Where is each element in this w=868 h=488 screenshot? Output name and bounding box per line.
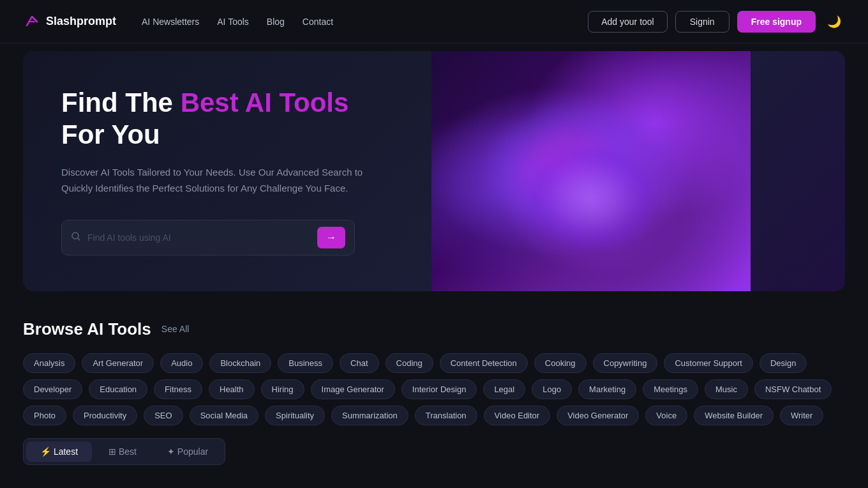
arrow-right-icon: → [326,232,336,243]
see-all-link[interactable]: See All [161,324,190,334]
tag-business[interactable]: Business [278,353,333,373]
search-icon [71,231,81,244]
nav-contact[interactable]: Contact [303,17,333,27]
tag-chat[interactable]: Chat [340,353,378,373]
tag-photo[interactable]: Photo [23,406,66,425]
tag-writer[interactable]: Writer [780,406,823,425]
tag-voice[interactable]: Voice [645,406,687,425]
tag-productivity[interactable]: Productivity [73,406,137,425]
tag-fitness[interactable]: Fitness [154,379,202,399]
tag-design[interactable]: Design [760,353,807,373]
tag-blockchain[interactable]: Blockchain [209,353,271,373]
tag-legal[interactable]: Legal [483,379,525,399]
tag-marketing[interactable]: Marketing [578,379,636,399]
tag-website-builder[interactable]: Website Builder [694,406,774,425]
nav-actions: Add your tool Signin Free signup 🌙 [588,11,845,33]
tag-customer-support[interactable]: Customer Support [664,353,753,373]
tag-nsfw-chatbot[interactable]: NSFW Chatbot [754,379,832,399]
tag-interior-design[interactable]: Interior Design [401,379,477,399]
hero-image [431,51,751,291]
tag-seo[interactable]: SEO [144,406,183,425]
tag-video-editor[interactable]: Video Editor [484,406,551,425]
tag-analysis[interactable]: Analysis [23,353,75,373]
hero-content: Find The Best AI Tools For You Discover … [23,51,431,291]
nav-blog[interactable]: Blog [267,17,285,27]
signup-button[interactable]: Free signup [737,11,816,33]
logo-icon [23,13,41,31]
hero-title-prefix: Find The [61,88,181,118]
hero-section: Find The Best AI Tools For You Discover … [23,51,845,291]
tab-best[interactable]: ⊞ Best [94,441,151,462]
tag-social-media[interactable]: Social Media [190,406,258,425]
tag-copywriting[interactable]: Copywriting [593,353,658,373]
search-bar: → [61,220,355,255]
browse-section: Browse AI Tools See All AnalysisArt Gene… [0,299,868,475]
browse-header: Browse AI Tools See All [23,319,845,339]
logo[interactable]: Slashprompt [23,13,116,31]
tag-hiring[interactable]: Hiring [261,379,304,399]
hero-title: Find The Best AI Tools For You [61,87,393,151]
hero-subtitle: Discover AI Tools Tailored to Your Needs… [61,164,393,197]
navbar: Slashprompt AI Newsletters AI Tools Blog… [0,0,868,43]
tag-translation[interactable]: Translation [415,406,477,425]
moon-icon: 🌙 [827,15,841,29]
hero-image-visual [431,51,751,291]
hero-blob [479,101,703,291]
search-input[interactable] [87,233,311,243]
signin-button[interactable]: Signin [675,11,730,33]
tags-container: AnalysisArt GeneratorAudioBlockchainBusi… [23,353,845,425]
tag-coding[interactable]: Coding [385,353,433,373]
search-button[interactable]: → [317,227,345,248]
dark-mode-toggle[interactable]: 🌙 [823,11,845,33]
tag-art-generator[interactable]: Art Generator [82,353,154,373]
tag-meetings[interactable]: Meetings [643,379,698,399]
tag-spirituality[interactable]: Spirituality [265,406,325,425]
nav-ai-tools[interactable]: AI Tools [217,17,249,27]
tag-developer[interactable]: Developer [23,379,82,399]
tag-summarization[interactable]: Summarization [331,406,408,425]
browse-title: Browse AI Tools [23,319,151,339]
tag-image-generator[interactable]: Image Generator [311,379,395,399]
tag-cooking[interactable]: Cooking [534,353,587,373]
tag-logo[interactable]: Logo [532,379,572,399]
tag-audio[interactable]: Audio [160,353,203,373]
add-tool-button[interactable]: Add your tool [588,11,668,33]
tab-latest[interactable]: ⚡ Latest [26,441,92,462]
hero-title-suffix: For You [61,119,160,149]
tag-content-detection[interactable]: Content Detection [440,353,528,373]
tag-health[interactable]: Health [209,379,255,399]
tag-education[interactable]: Education [89,379,147,399]
nav-ai-newsletters[interactable]: AI Newsletters [142,17,199,27]
tag-video-generator[interactable]: Video Generator [557,406,639,425]
hero-title-accent: Best AI Tools [181,88,349,118]
tag-music[interactable]: Music [705,379,748,399]
logo-text: Slashprompt [46,15,116,28]
tabs-container: ⚡ Latest⊞ Best✦ Popular [23,438,225,465]
tab-popular[interactable]: ✦ Popular [153,441,222,462]
nav-links: AI Newsletters AI Tools Blog Contact [142,17,567,27]
